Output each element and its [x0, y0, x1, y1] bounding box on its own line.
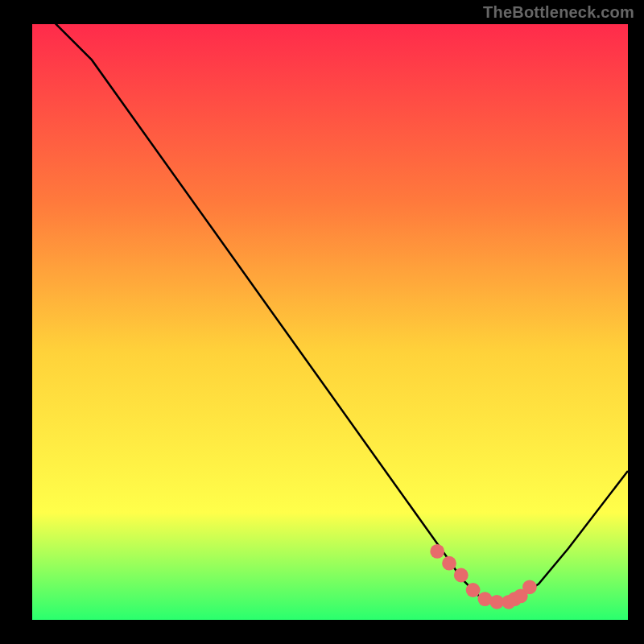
attribution-label: TheBottleneck.com [483, 3, 634, 22]
gradient-background [32, 24, 628, 620]
marker-dot [522, 580, 537, 594]
marker-dot [430, 544, 444, 559]
marker-dot [466, 583, 481, 597]
chart-svg [32, 24, 628, 620]
marker-dot [454, 568, 469, 583]
chart-frame: TheBottleneck.com [0, 0, 644, 644]
marker-dot [478, 592, 493, 606]
marker-dot [442, 556, 456, 571]
plot-area [32, 24, 628, 620]
